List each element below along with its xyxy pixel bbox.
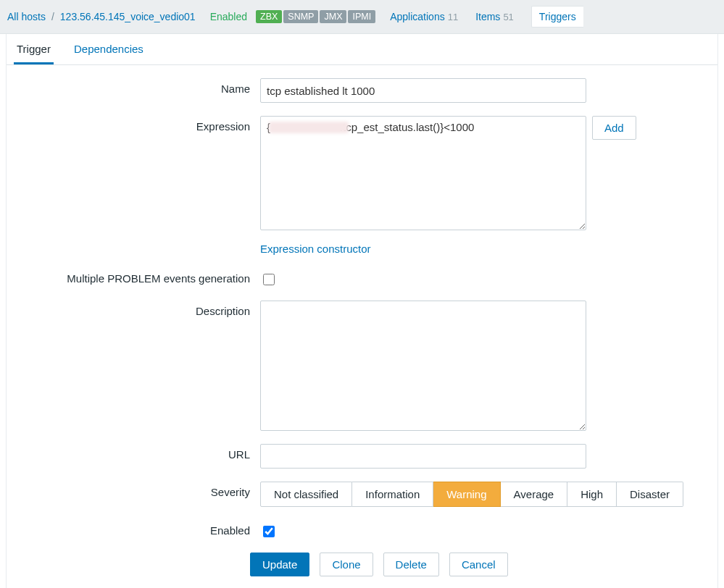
trigger-form: Name Expression Add Expression construct… <box>7 65 717 588</box>
status-enabled: Enabled <box>210 11 247 22</box>
label-severity: Severity <box>21 482 260 498</box>
content-panel: Trigger Dependencies Name Expression Add… <box>6 34 718 588</box>
tab-trigger[interactable]: Trigger <box>14 34 54 64</box>
multiple-checkbox[interactable] <box>263 274 275 285</box>
badge-jmx: JMX <box>320 10 346 23</box>
label-multiple: Multiple PROBLEM events generation <box>21 268 260 285</box>
severity-selector: Not classified Information Warning Avera… <box>260 482 683 507</box>
link-applications[interactable]: Applications <box>390 11 445 22</box>
severity-high[interactable]: High <box>567 482 617 507</box>
label-enabled: Enabled <box>21 520 260 537</box>
link-triggers[interactable]: Triggers <box>531 6 583 28</box>
severity-not-classified[interactable]: Not classified <box>260 482 352 507</box>
enabled-checkbox[interactable] <box>263 526 275 537</box>
expression-input[interactable] <box>260 116 586 230</box>
clone-button[interactable]: Clone <box>320 553 373 576</box>
add-button[interactable]: Add <box>592 116 636 140</box>
badge-snmp: SNMP <box>283 10 318 23</box>
severity-disaster[interactable]: Disaster <box>617 482 683 507</box>
tab-dependencies[interactable]: Dependencies <box>71 34 146 64</box>
topbar: All hosts / 123.56.45.145_voice_vedio01 … <box>0 0 724 34</box>
label-url: URL <box>21 444 260 461</box>
delete-button[interactable]: Delete <box>383 553 439 576</box>
badge-zbx: ZBX <box>256 10 282 23</box>
label-expression: Expression <box>21 116 260 133</box>
badge-ipmi: IPMI <box>348 10 375 23</box>
description-input[interactable] <box>260 301 586 431</box>
interface-badges: ZBX SNMP JMX IPMI <box>256 10 375 23</box>
severity-information[interactable]: Information <box>352 482 433 507</box>
link-items[interactable]: Items <box>475 11 500 22</box>
cancel-button[interactable]: Cancel <box>449 553 508 576</box>
applications-count: 11 <box>448 12 458 22</box>
severity-average[interactable]: Average <box>501 482 568 507</box>
breadcrumb-separator: / <box>51 11 54 22</box>
update-button[interactable]: Update <box>250 553 309 576</box>
url-input[interactable] <box>260 444 586 469</box>
breadcrumb-host[interactable]: 123.56.45.145_voice_vedio01 <box>60 11 196 22</box>
breadcrumb-all-hosts[interactable]: All hosts <box>7 11 46 22</box>
items-count: 51 <box>503 12 513 22</box>
label-description: Description <box>21 301 260 317</box>
expression-constructor-link[interactable]: Expression constructor <box>260 243 371 255</box>
tabs: Trigger Dependencies <box>7 34 717 65</box>
name-input[interactable] <box>260 78 586 103</box>
label-name: Name <box>21 78 260 95</box>
severity-warning[interactable]: Warning <box>433 482 500 507</box>
action-buttons: Update Clone Delete Cancel <box>250 553 703 576</box>
